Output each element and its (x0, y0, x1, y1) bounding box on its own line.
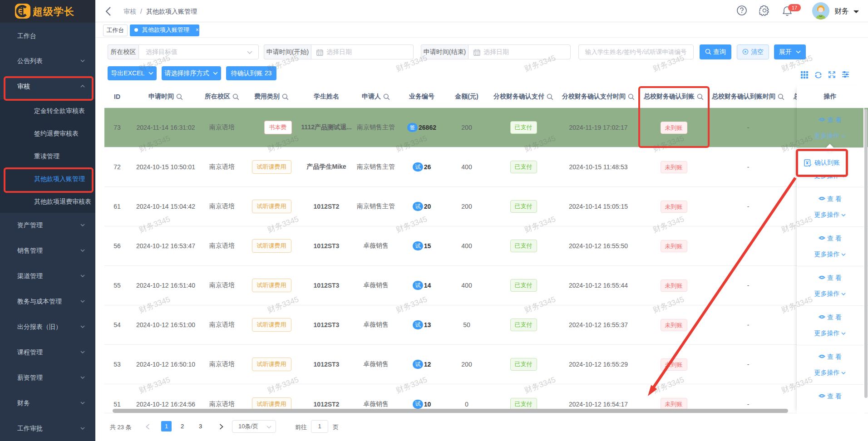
svg-text:超级学长: 超级学长 (32, 6, 74, 17)
